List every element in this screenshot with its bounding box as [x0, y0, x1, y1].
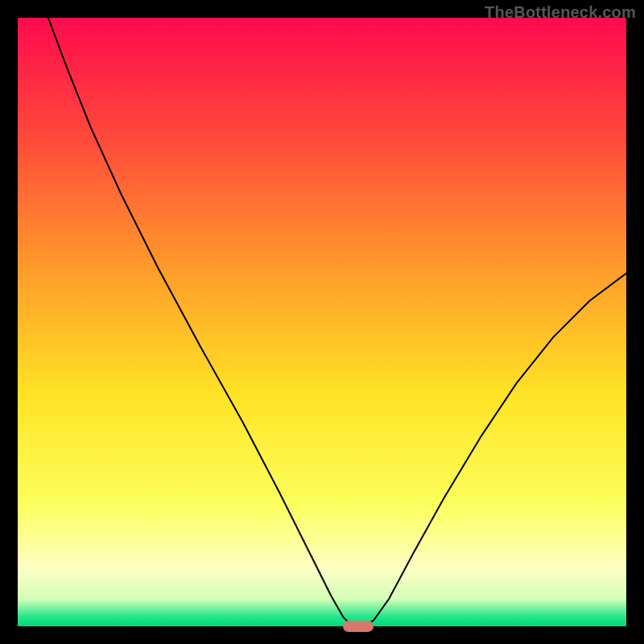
chart-svg: [18, 18, 626, 626]
optimal-marker: [343, 621, 374, 632]
plot-area: [18, 18, 626, 626]
gradient-background: [18, 18, 626, 626]
watermark-text: TheBottleneck.com: [485, 3, 636, 22]
chart-frame: TheBottleneck.com: [0, 0, 644, 644]
